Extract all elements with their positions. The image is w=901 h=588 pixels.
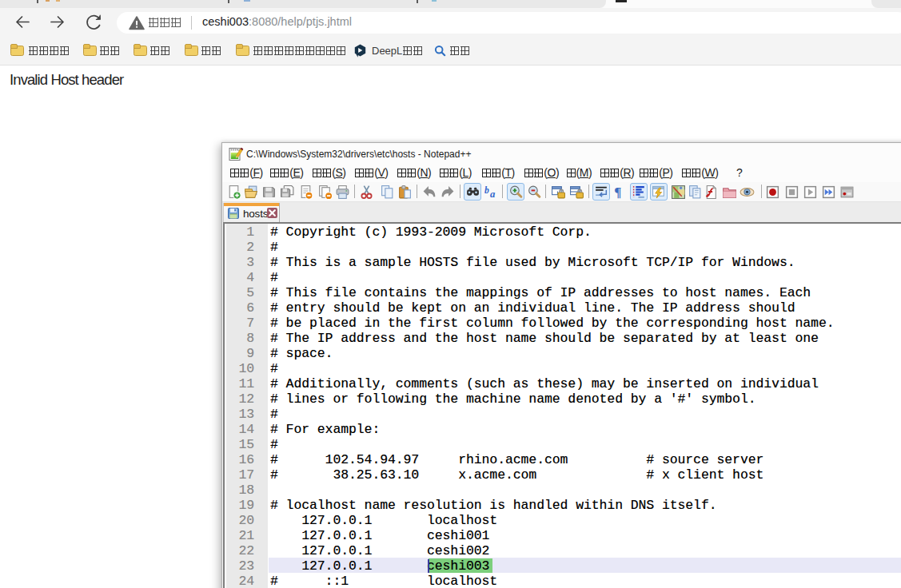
svg-text:¶: ¶ — [614, 185, 621, 200]
svg-text:b: b — [484, 185, 489, 195]
svg-text:a: a — [490, 188, 496, 199]
